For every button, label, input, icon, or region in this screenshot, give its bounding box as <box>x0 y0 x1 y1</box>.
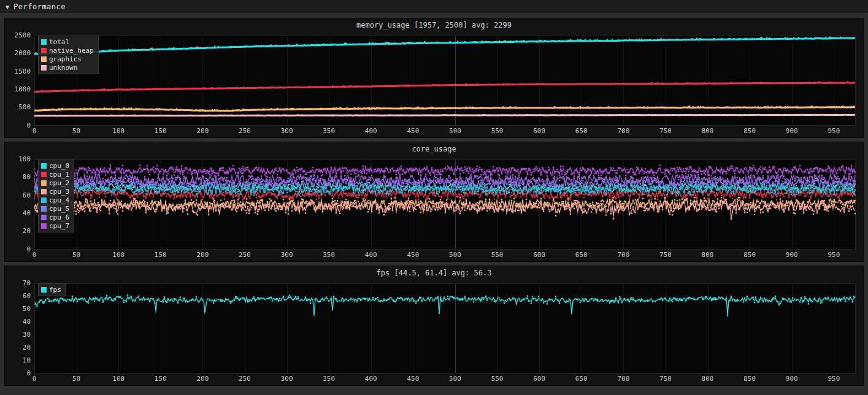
fps-chart-canvas[interactable] <box>7 278 861 385</box>
legend-label: cpu_6 <box>49 213 69 221</box>
core-usage-chart-body: cpu_0cpu_1cpu_2cpu_3cpu_4cpu_5cpu_6cpu_7 <box>7 155 861 261</box>
legend-item-cpu_2[interactable]: cpu_2 <box>41 179 69 187</box>
legend-swatch-icon <box>41 198 47 203</box>
legend-swatch-icon <box>41 48 47 53</box>
legend-swatch-icon <box>41 172 47 177</box>
legend-item-cpu_4[interactable]: cpu_4 <box>41 196 69 204</box>
legend-swatch-icon <box>41 39 47 45</box>
legend-label: graphics <box>49 55 82 63</box>
performance-header-title: Performance <box>13 2 66 11</box>
legend-swatch-icon <box>41 206 47 212</box>
core-usage-chart-canvas[interactable] <box>7 155 861 261</box>
legend-swatch-icon <box>41 56 47 62</box>
memory-usage-chart-body: totalnative_heapgraphicsunknown <box>7 31 861 137</box>
legend-label: cpu_3 <box>49 188 69 196</box>
legend-label: cpu_0 <box>49 162 69 170</box>
legend-item-total[interactable]: total <box>41 38 94 46</box>
legend-item-cpu_1[interactable]: cpu_1 <box>41 171 69 178</box>
legend-item-native_heap[interactable]: native_heap <box>41 47 94 55</box>
legend-label: total <box>49 38 69 46</box>
core-usage-chart-panel: core_usage cpu_0cpu_1cpu_2cpu_3cpu_4cpu_… <box>4 142 864 262</box>
performance-window: { "header": { "collapse_icon": "▼", "tit… <box>0 0 868 395</box>
legend-label: cpu_7 <box>49 222 69 230</box>
legend-label: cpu_1 <box>49 171 69 178</box>
legend-label: cpu_5 <box>49 205 69 213</box>
legend-label: cpu_2 <box>49 179 69 187</box>
memory-usage-chart-canvas[interactable] <box>7 31 861 137</box>
legend-label: cpu_4 <box>49 196 69 204</box>
performance-header-bar: ▼ Performance <box>0 0 868 14</box>
legend-swatch-icon <box>41 163 47 169</box>
legend-item-fps[interactable]: fps <box>41 286 61 294</box>
legend-item-cpu_0[interactable]: cpu_0 <box>41 162 69 170</box>
memory-usage-chart-panel: memory_usage [1957, 2500] avg: 2299 tota… <box>4 18 864 138</box>
legend-item-unknown[interactable]: unknown <box>41 64 94 72</box>
fps-chart-body: fps <box>7 278 861 385</box>
core-usage-chart-title: core_usage <box>7 144 861 155</box>
legend-swatch-icon <box>41 223 47 229</box>
legend-swatch-icon <box>41 65 47 71</box>
legend-label: unknown <box>49 64 77 72</box>
fps-chart-panel: fps [44.5, 61.4] avg: 56.3 fps <box>4 266 864 386</box>
legend-swatch-icon <box>41 215 47 220</box>
memory-usage-legend: totalnative_heapgraphicsunknown <box>38 36 99 74</box>
legend-label: native_heap <box>49 47 94 55</box>
legend-item-cpu_6[interactable]: cpu_6 <box>41 213 69 221</box>
legend-item-cpu_7[interactable]: cpu_7 <box>41 222 69 230</box>
legend-item-cpu_5[interactable]: cpu_5 <box>41 205 69 213</box>
fps-chart-title: fps [44.5, 61.4] avg: 56.3 <box>7 268 861 278</box>
memory-usage-chart-title: memory_usage [1957, 2500] avg: 2299 <box>7 20 861 31</box>
legend-swatch-icon <box>41 189 47 194</box>
collapse-triangle-icon[interactable]: ▼ <box>6 4 9 10</box>
core-usage-legend: cpu_0cpu_1cpu_2cpu_3cpu_4cpu_5cpu_6cpu_7 <box>38 159 74 232</box>
legend-label: fps <box>49 286 61 294</box>
legend-item-cpu_3[interactable]: cpu_3 <box>41 188 69 196</box>
fps-legend: fps <box>38 283 66 296</box>
legend-swatch-icon <box>41 180 47 186</box>
legend-item-graphics[interactable]: graphics <box>41 55 94 63</box>
legend-swatch-icon <box>41 287 47 293</box>
